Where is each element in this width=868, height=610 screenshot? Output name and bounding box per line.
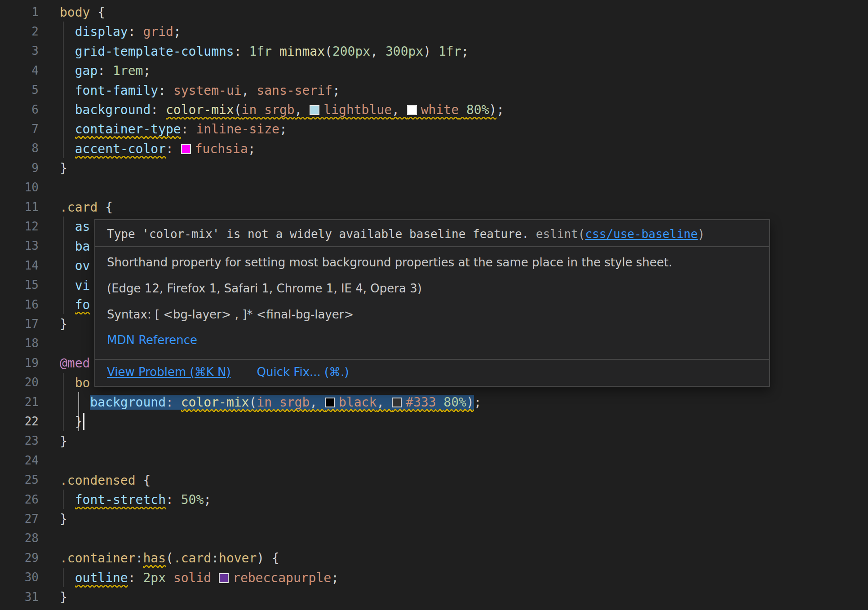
line-number[interactable]: 22 — [0, 415, 39, 428]
code-line[interactable]: 1body { — [0, 2, 868, 22]
line-number[interactable]: 5 — [0, 83, 39, 97]
code-line[interactable]: 21 background: color-mix(in srgb, black,… — [0, 392, 868, 411]
color-swatch[interactable] — [310, 105, 319, 115]
line-number[interactable]: 4 — [0, 64, 39, 77]
token — [60, 414, 75, 429]
token: as — [75, 219, 90, 234]
token: ; — [474, 395, 482, 410]
line-number[interactable]: 21 — [0, 395, 39, 409]
code-line[interactable]: 5 font-family: system-ui, sans-serif; — [0, 80, 868, 100]
color-swatch[interactable] — [219, 573, 229, 583]
token: ) — [423, 44, 431, 59]
line-number[interactable]: 25 — [0, 473, 39, 486]
token: lightblue — [310, 102, 392, 117]
code-line[interactable]: 30 outline: 2px solid rebeccapurple; — [0, 568, 868, 587]
line-number[interactable]: 9 — [0, 161, 39, 175]
docs-browser-support: (Edge 12, Firefox 1, Safari 1, Chrome 1,… — [107, 281, 757, 296]
token: system-ui — [173, 83, 242, 98]
token — [60, 141, 75, 156]
color-swatch[interactable] — [181, 144, 191, 154]
token: ; — [173, 24, 181, 39]
line-number[interactable]: 1 — [0, 5, 39, 19]
line-number[interactable]: 26 — [0, 493, 39, 506]
line-number[interactable]: 24 — [0, 454, 39, 467]
line-number[interactable]: 14 — [0, 259, 39, 272]
code-line[interactable]: 31} — [0, 587, 868, 606]
color-swatch[interactable] — [407, 105, 417, 115]
code-line[interactable]: 7 container-type: inline-size; — [0, 119, 868, 138]
line-number[interactable]: 7 — [0, 122, 39, 136]
line-number[interactable]: 31 — [0, 590, 39, 604]
line-number[interactable]: 13 — [0, 239, 39, 252]
view-problem-button[interactable]: View Problem (⌘K N) — [107, 365, 231, 379]
mdn-reference-link[interactable]: MDN Reference — [107, 333, 197, 347]
code-line[interactable]: 11.card { — [0, 197, 868, 217]
line-number[interactable]: 8 — [0, 141, 39, 155]
code-line[interactable]: 22 } — [0, 411, 868, 431]
token — [166, 570, 173, 585]
token — [60, 492, 75, 507]
quick-fix-button[interactable]: Quick Fix... (⌘.) — [257, 365, 349, 379]
line-number[interactable]: 18 — [0, 336, 39, 350]
line-number[interactable]: 11 — [0, 200, 39, 214]
code-text: .condensed { — [60, 472, 151, 488]
code-line[interactable]: 26 font-stretch: 50%; — [0, 490, 868, 509]
code-line[interactable]: 29.container:has(.card:hover) { — [0, 548, 868, 567]
token: { — [97, 200, 113, 215]
line-number[interactable]: 20 — [0, 376, 39, 389]
token: ; — [461, 44, 469, 59]
editor[interactable]: 1body {2 display: grid;3 grid-template-c… — [0, 0, 868, 610]
token: ) — [489, 102, 497, 117]
code-line[interactable]: 24 — [0, 451, 868, 470]
line-number[interactable]: 29 — [0, 551, 39, 565]
token: white — [407, 102, 459, 117]
token: gap — [75, 63, 98, 78]
code-text: background: color-mix(in srgb, black, #3… — [60, 394, 482, 410]
line-number[interactable]: 27 — [0, 512, 39, 526]
code-line[interactable]: 6 background: color-mix(in srgb, lightbl… — [0, 100, 868, 119]
code-line[interactable]: 28 — [0, 529, 868, 548]
token: in srgb — [242, 102, 295, 117]
token: : — [128, 24, 143, 39]
color-swatch[interactable] — [325, 398, 335, 407]
code-line[interactable]: 10 — [0, 178, 868, 197]
line-number[interactable]: 28 — [0, 531, 39, 545]
token: : — [166, 395, 181, 410]
text-cursor — [83, 413, 84, 430]
code-line[interactable]: 8 accent-color: fuchsia; — [0, 139, 868, 158]
code-line[interactable]: 4 gap: 1rem; — [0, 61, 868, 80]
code-line[interactable]: 25.condensed { — [0, 470, 868, 490]
token: background — [90, 395, 166, 410]
token — [60, 122, 75, 137]
line-number[interactable]: 30 — [0, 570, 39, 584]
token: grid-template-columns — [75, 44, 234, 59]
code-text: } — [60, 433, 67, 449]
token: { — [90, 5, 105, 20]
token — [431, 44, 438, 59]
token: ; — [496, 102, 504, 117]
token — [60, 239, 75, 254]
token: : — [211, 551, 219, 566]
line-number[interactable]: 17 — [0, 317, 39, 331]
token: font-stretch — [75, 492, 166, 507]
code-line[interactable]: 23} — [0, 431, 868, 451]
line-number[interactable]: 23 — [0, 434, 39, 447]
line-number[interactable]: 12 — [0, 220, 39, 233]
token: , — [376, 395, 392, 410]
code-line[interactable]: 27} — [0, 509, 868, 528]
color-swatch[interactable] — [392, 398, 402, 407]
line-number[interactable]: 2 — [0, 25, 39, 38]
code-line[interactable]: 3 grid-template-columns: 1fr minmax(200p… — [0, 41, 868, 61]
lint-rule-link[interactable]: css/use-baseline — [585, 227, 697, 241]
line-number[interactable]: 15 — [0, 278, 39, 292]
line-number[interactable]: 10 — [0, 181, 39, 194]
line-number[interactable]: 3 — [0, 44, 39, 57]
code-text: body { — [60, 4, 105, 20]
line-number[interactable]: 19 — [0, 356, 39, 370]
line-number[interactable]: 16 — [0, 298, 39, 311]
token: 50% — [181, 492, 204, 507]
line-number[interactable]: 6 — [0, 103, 39, 116]
code-line[interactable]: 2 display: grid; — [0, 22, 868, 41]
token: minmax — [279, 44, 325, 59]
code-line[interactable]: 9} — [0, 158, 868, 177]
